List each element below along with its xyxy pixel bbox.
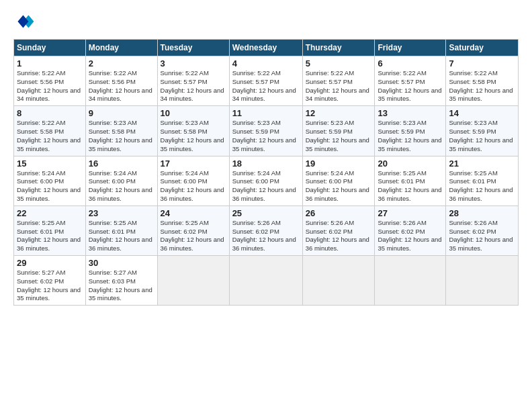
header	[13, 11, 519, 32]
day-info: Sunrise: 5:23 AMSunset: 5:59 PMDaylight:…	[306, 119, 372, 153]
header-day-sunday: Sunday	[14, 40, 86, 56]
day-number: 11	[232, 108, 300, 118]
calendar-week-4: 22Sunrise: 5:25 AMSunset: 6:01 PMDayligh…	[14, 205, 519, 255]
day-info: Sunrise: 5:27 AMSunset: 6:03 PMDaylight:…	[89, 269, 154, 303]
calendar-cell: 20Sunrise: 5:25 AMSunset: 6:01 PMDayligh…	[375, 156, 446, 205]
day-number: 10	[161, 108, 226, 118]
day-info: Sunrise: 5:26 AMSunset: 6:02 PMDaylight:…	[306, 219, 372, 253]
day-info: Sunrise: 5:23 AMSunset: 5:59 PMDaylight:…	[232, 119, 300, 153]
day-info: Sunrise: 5:26 AMSunset: 6:02 PMDaylight:…	[232, 219, 300, 253]
calendar-cell: 11Sunrise: 5:23 AMSunset: 5:59 PMDayligh…	[229, 106, 302, 156]
day-info: Sunrise: 5:25 AMSunset: 6:02 PMDaylight:…	[161, 219, 226, 253]
day-info: Sunrise: 5:22 AMSunset: 5:57 PMDaylight:…	[378, 69, 443, 103]
day-number: 21	[449, 158, 515, 169]
day-number: 19	[306, 158, 372, 169]
day-number: 14	[449, 108, 515, 118]
day-number: 3	[161, 58, 226, 68]
calendar-cell: 1Sunrise: 5:22 AMSunset: 5:56 PMDaylight…	[14, 56, 86, 106]
calendar-cell	[446, 256, 519, 306]
day-info: Sunrise: 5:24 AMSunset: 6:00 PMDaylight:…	[89, 169, 154, 203]
day-info: Sunrise: 5:22 AMSunset: 5:56 PMDaylight:…	[89, 69, 154, 103]
day-number: 8	[17, 108, 83, 118]
day-info: Sunrise: 5:22 AMSunset: 5:57 PMDaylight:…	[161, 69, 226, 103]
day-number: 1	[17, 58, 83, 68]
header-day-tuesday: Tuesday	[157, 40, 229, 56]
calendar-table: SundayMondayTuesdayWednesdayThursdayFrid…	[13, 39, 519, 306]
day-info: Sunrise: 5:24 AMSunset: 6:00 PMDaylight:…	[306, 169, 372, 203]
day-number: 13	[378, 108, 443, 118]
day-number: 2	[89, 58, 154, 68]
day-info: Sunrise: 5:24 AMSunset: 6:00 PMDaylight:…	[232, 169, 300, 203]
calendar-cell: 12Sunrise: 5:23 AMSunset: 5:59 PMDayligh…	[302, 106, 375, 156]
day-number: 16	[89, 158, 154, 169]
day-info: Sunrise: 5:25 AMSunset: 6:01 PMDaylight:…	[449, 169, 515, 203]
day-number: 26	[306, 208, 372, 218]
day-info: Sunrise: 5:26 AMSunset: 6:02 PMDaylight:…	[378, 219, 443, 253]
day-number: 17	[161, 158, 226, 169]
day-number: 6	[378, 58, 443, 68]
calendar-cell: 8Sunrise: 5:22 AMSunset: 5:58 PMDaylight…	[14, 106, 86, 156]
day-number: 24	[161, 208, 226, 218]
calendar-cell: 16Sunrise: 5:24 AMSunset: 6:00 PMDayligh…	[85, 156, 157, 205]
calendar-cell: 30Sunrise: 5:27 AMSunset: 6:03 PMDayligh…	[85, 256, 157, 306]
calendar-cell: 24Sunrise: 5:25 AMSunset: 6:02 PMDayligh…	[157, 205, 229, 255]
day-number: 4	[232, 58, 300, 68]
calendar-cell: 6Sunrise: 5:22 AMSunset: 5:57 PMDaylight…	[375, 56, 446, 106]
day-info: Sunrise: 5:22 AMSunset: 5:58 PMDaylight:…	[17, 119, 83, 153]
calendar-cell: 2Sunrise: 5:22 AMSunset: 5:56 PMDaylight…	[85, 56, 157, 106]
calendar-cell	[229, 256, 302, 306]
day-number: 28	[449, 208, 515, 218]
day-info: Sunrise: 5:22 AMSunset: 5:56 PMDaylight:…	[17, 69, 83, 103]
day-number: 25	[232, 208, 300, 218]
calendar-cell	[302, 256, 375, 306]
day-info: Sunrise: 5:24 AMSunset: 6:00 PMDaylight:…	[17, 169, 83, 203]
calendar-cell: 13Sunrise: 5:23 AMSunset: 5:59 PMDayligh…	[375, 106, 446, 156]
calendar-cell: 14Sunrise: 5:23 AMSunset: 5:59 PMDayligh…	[446, 106, 519, 156]
calendar-cell: 19Sunrise: 5:24 AMSunset: 6:00 PMDayligh…	[302, 156, 375, 205]
header-day-thursday: Thursday	[302, 40, 375, 56]
calendar-cell: 7Sunrise: 5:22 AMSunset: 5:58 PMDaylight…	[446, 56, 519, 106]
day-info: Sunrise: 5:26 AMSunset: 6:02 PMDaylight:…	[449, 219, 515, 253]
day-info: Sunrise: 5:22 AMSunset: 5:57 PMDaylight:…	[306, 69, 372, 103]
day-info: Sunrise: 5:24 AMSunset: 6:00 PMDaylight:…	[161, 169, 226, 203]
header-day-saturday: Saturday	[446, 40, 519, 56]
logo	[13, 11, 38, 32]
page: SundayMondayTuesdayWednesdayThursdayFrid…	[0, 0, 532, 411]
calendar-cell: 5Sunrise: 5:22 AMSunset: 5:57 PMDaylight…	[302, 56, 375, 106]
day-info: Sunrise: 5:23 AMSunset: 5:59 PMDaylight:…	[378, 119, 443, 153]
day-info: Sunrise: 5:25 AMSunset: 6:01 PMDaylight:…	[17, 219, 83, 253]
calendar-cell: 29Sunrise: 5:27 AMSunset: 6:02 PMDayligh…	[14, 256, 86, 306]
day-number: 20	[378, 158, 443, 169]
calendar-cell	[157, 256, 229, 306]
calendar-cell	[375, 256, 446, 306]
day-number: 18	[232, 158, 300, 169]
calendar-cell: 23Sunrise: 5:25 AMSunset: 6:01 PMDayligh…	[85, 205, 157, 255]
day-info: Sunrise: 5:23 AMSunset: 5:58 PMDaylight:…	[89, 119, 154, 153]
calendar-header-row: SundayMondayTuesdayWednesdayThursdayFrid…	[14, 40, 519, 56]
header-day-wednesday: Wednesday	[229, 40, 302, 56]
day-number: 30	[89, 258, 154, 268]
calendar-cell: 18Sunrise: 5:24 AMSunset: 6:00 PMDayligh…	[229, 156, 302, 205]
calendar-cell: 10Sunrise: 5:23 AMSunset: 5:58 PMDayligh…	[157, 106, 229, 156]
calendar-cell: 28Sunrise: 5:26 AMSunset: 6:02 PMDayligh…	[446, 205, 519, 255]
calendar-cell: 25Sunrise: 5:26 AMSunset: 6:02 PMDayligh…	[229, 205, 302, 255]
day-number: 22	[17, 208, 83, 218]
calendar-cell: 22Sunrise: 5:25 AMSunset: 6:01 PMDayligh…	[14, 205, 86, 255]
calendar-cell: 3Sunrise: 5:22 AMSunset: 5:57 PMDaylight…	[157, 56, 229, 106]
calendar-week-1: 1Sunrise: 5:22 AMSunset: 5:56 PMDaylight…	[14, 56, 519, 106]
day-number: 9	[89, 108, 154, 118]
calendar-cell: 26Sunrise: 5:26 AMSunset: 6:02 PMDayligh…	[302, 205, 375, 255]
header-day-friday: Friday	[375, 40, 446, 56]
day-number: 5	[306, 58, 372, 68]
day-info: Sunrise: 5:27 AMSunset: 6:02 PMDaylight:…	[17, 269, 83, 303]
calendar-week-2: 8Sunrise: 5:22 AMSunset: 5:58 PMDaylight…	[14, 106, 519, 156]
calendar-week-5: 29Sunrise: 5:27 AMSunset: 6:02 PMDayligh…	[14, 256, 519, 306]
calendar-cell: 21Sunrise: 5:25 AMSunset: 6:01 PMDayligh…	[446, 156, 519, 205]
calendar-week-3: 15Sunrise: 5:24 AMSunset: 6:00 PMDayligh…	[14, 156, 519, 205]
day-info: Sunrise: 5:23 AMSunset: 5:58 PMDaylight:…	[161, 119, 226, 153]
day-number: 7	[449, 58, 515, 68]
logo-icon	[13, 11, 35, 32]
header-day-monday: Monday	[85, 40, 157, 56]
day-number: 23	[89, 208, 154, 218]
day-number: 27	[378, 208, 443, 218]
